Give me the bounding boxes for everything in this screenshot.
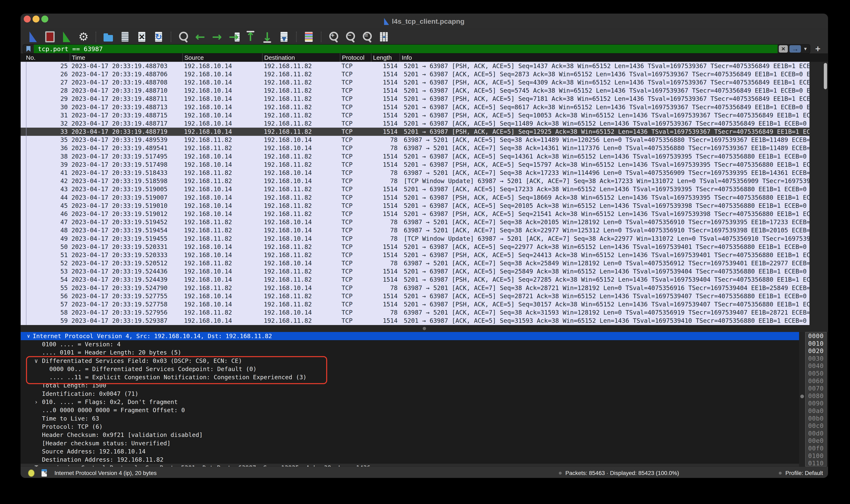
filter-add-button[interactable]: + <box>815 44 820 53</box>
detail-line[interactable]: ...0 0000 0000 0000 = Fragment Offset: 0 <box>21 406 799 414</box>
pane-splitter[interactable] <box>21 325 828 332</box>
filter-bookmark-button[interactable] <box>23 44 34 53</box>
column-header-destination[interactable]: Destination <box>262 53 340 62</box>
packet-row[interactable]: 282023-04-17 20:33:19.488710192.168.10.1… <box>21 87 828 95</box>
cell-no: 30 <box>21 104 70 111</box>
scrollbar-thumb[interactable] <box>824 63 827 89</box>
packet-row[interactable]: 422023-04-17 20:33:19.518598192.168.11.8… <box>21 177 828 185</box>
packet-row[interactable]: 592023-04-17 20:33:19.529387192.168.10.1… <box>21 317 828 325</box>
packet-details-tree[interactable]: ∨ Internet Protocol Version 4, Src: 192.… <box>21 332 799 467</box>
zoom-out-icon[interactable]: − <box>344 31 357 43</box>
packet-row[interactable]: 352023-04-17 20:33:19.489539192.168.11.8… <box>21 136 828 144</box>
packet-row[interactable]: 332023-04-17 20:33:19.488719192.168.10.1… <box>21 128 828 136</box>
column-header-no[interactable]: No. <box>21 53 70 62</box>
packet-list-scrollbar[interactable] <box>810 62 828 325</box>
packet-row[interactable]: 532023-04-17 20:33:19.524436192.168.10.1… <box>21 267 828 275</box>
capture-start-icon[interactable] <box>27 31 39 43</box>
details-scrollbar-thumb[interactable] <box>800 395 804 398</box>
file-reload-icon[interactable]: ↻ <box>152 31 165 43</box>
file-save-icon[interactable] <box>119 31 131 43</box>
packet-row[interactable]: 492023-04-17 20:33:19.519455192.168.11.8… <box>21 234 828 242</box>
column-header-source[interactable]: Source <box>182 53 262 62</box>
detail-line-text: 010. .... = Flags: 0x2, Don't fragment <box>21 398 178 406</box>
go-top-icon[interactable]: ↑ <box>244 31 257 43</box>
detail-line[interactable]: Time to Live: 63 <box>21 414 799 422</box>
capture-options-icon[interactable]: ⚙ <box>77 31 90 43</box>
filter-dropdown-caret[interactable]: ▾ <box>801 44 810 53</box>
capture-restart-icon[interactable] <box>60 31 73 43</box>
packet-row[interactable]: 302023-04-17 20:33:19.488713192.168.10.1… <box>21 103 828 111</box>
packet-row[interactable]: 502023-04-17 20:33:19.520331192.168.10.1… <box>21 242 828 251</box>
column-header-length[interactable]: Length <box>371 53 400 62</box>
cell-time: 2023-04-17 20:33:19.489541 <box>70 144 182 151</box>
cell-dst: 192.168.10.14 <box>262 227 340 234</box>
cell-no: 58 <box>21 309 70 316</box>
details-scrollbar[interactable] <box>799 332 805 467</box>
packet-row[interactable]: 292023-04-17 20:33:19.488711192.168.10.1… <box>21 95 828 103</box>
file-open-icon[interactable] <box>102 31 114 43</box>
packet-row[interactable]: 582023-04-17 20:33:19.527956192.168.11.8… <box>21 308 828 317</box>
column-header-info[interactable]: Info <box>400 53 828 62</box>
packet-row[interactable]: 362023-04-17 20:33:19.489541192.168.11.8… <box>21 144 828 152</box>
go-back-icon[interactable]: ← <box>194 31 207 43</box>
filter-apply-button[interactable]: → <box>790 45 801 53</box>
chevron-right-icon[interactable]: › <box>34 398 38 406</box>
go-bottom-icon[interactable]: ↓ <box>261 31 273 43</box>
packet-row[interactable]: 412023-04-17 20:33:19.518433192.168.11.8… <box>21 168 828 177</box>
find-icon[interactable] <box>177 31 190 43</box>
cell-len: 1514 <box>371 128 400 135</box>
packet-row[interactable]: 472023-04-17 20:33:19.519452192.168.11.8… <box>21 218 828 226</box>
zoom-original-icon[interactable]: = <box>361 31 373 43</box>
packet-row[interactable]: 252023-04-17 20:33:19.488703192.168.10.1… <box>21 62 828 70</box>
go-to-packet-icon[interactable]: → <box>227 31 240 43</box>
file-close-icon[interactable]: × <box>136 31 148 43</box>
colorize-icon[interactable] <box>302 31 315 43</box>
column-header-protocol[interactable]: Protocol <box>340 53 371 62</box>
column-header-time[interactable]: Time <box>70 53 182 62</box>
capture-stop-icon[interactable] <box>43 31 56 43</box>
packet-row[interactable]: 322023-04-17 20:33:19.488717192.168.10.1… <box>21 119 828 127</box>
display-filter-field[interactable]: tcp.port == 63987 × → ▾ <box>23 44 810 54</box>
packet-row[interactable]: 512023-04-17 20:33:19.520333192.168.10.1… <box>21 251 828 259</box>
detail-row-ipv4-selected[interactable]: ∨ Internet Protocol Version 4, Src: 192.… <box>21 332 799 340</box>
packet-row[interactable]: 542023-04-17 20:33:19.524439192.168.10.1… <box>21 275 828 284</box>
packet-row[interactable]: 262023-04-17 20:33:19.488706192.168.10.1… <box>21 70 828 78</box>
filter-clear-button[interactable]: × <box>779 45 788 53</box>
packet-row[interactable]: 432023-04-17 20:33:19.519005192.168.10.1… <box>21 185 828 193</box>
resize-columns-icon[interactable]: ◂▸ <box>377 31 390 43</box>
hex-bytes-pane[interactable]: 0000001000200030004000500060007000800090… <box>805 332 827 467</box>
packet-row[interactable]: 272023-04-17 20:33:19.488708192.168.10.1… <box>21 78 828 86</box>
packet-row[interactable]: 442023-04-17 20:33:19.519007192.168.10.1… <box>21 193 828 201</box>
capture-comment-icon[interactable] <box>41 469 47 476</box>
detail-line[interactable]: ›010. .... = Flags: 0x2, Don't fragment <box>21 398 799 406</box>
packet-row[interactable]: 462023-04-17 20:33:19.519012192.168.10.1… <box>21 210 828 218</box>
chevron-right-icon[interactable]: › <box>27 464 31 467</box>
display-filter-input[interactable]: tcp.port == 63987 <box>34 44 778 53</box>
detail-line[interactable]: Header Checksum: 0x9f21 [validation disa… <box>21 431 799 439</box>
packet-row[interactable]: 562023-04-17 20:33:19.527755192.168.10.1… <box>21 292 828 300</box>
cell-time: 2023-04-17 20:33:19.519454 <box>70 227 182 234</box>
packet-row[interactable]: 312023-04-17 20:33:19.488715192.168.10.1… <box>21 111 828 119</box>
packet-list[interactable]: 252023-04-17 20:33:19.488703192.168.10.1… <box>21 62 828 325</box>
go-forward-icon[interactable]: → <box>211 31 223 43</box>
status-profile[interactable]: Profile: Default <box>779 470 823 476</box>
detail-line[interactable]: [Header checksum status: Unverified] <box>21 439 799 447</box>
horizontal-scrollbar-thumb[interactable] <box>423 327 426 330</box>
expert-info-icon[interactable] <box>28 469 35 477</box>
detail-line[interactable]: Protocol: TCP (6) <box>21 422 799 431</box>
packet-row[interactable]: 482023-04-17 20:33:19.519454192.168.11.8… <box>21 226 828 234</box>
zoom-in-icon[interactable]: + <box>327 31 340 43</box>
detail-line[interactable]: Destination Address: 192.168.11.82 <box>21 455 799 464</box>
detail-line[interactable]: Source Address: 192.168.10.14 <box>21 447 799 455</box>
packet-row[interactable]: 382023-04-17 20:33:19.517495192.168.10.1… <box>21 152 828 160</box>
detail-line[interactable]: .... 0101 = Header Length: 20 bytes (5) <box>21 348 799 357</box>
packet-row[interactable]: 392023-04-17 20:33:19.517498192.168.10.1… <box>21 160 828 168</box>
packet-row[interactable]: 522023-04-17 20:33:19.520512192.168.11.8… <box>21 259 828 267</box>
packet-row[interactable]: 572023-04-17 20:33:19.527758192.168.10.1… <box>21 300 828 308</box>
detail-line[interactable]: Identification: 0x0047 (71) <box>21 390 799 398</box>
packet-row[interactable]: 452023-04-17 20:33:19.519010192.168.10.1… <box>21 201 828 210</box>
auto-scroll-icon[interactable]: ▼ <box>278 31 290 43</box>
detail-line[interactable]: ›Transmission Control Protocol, Src Port… <box>21 464 799 467</box>
detail-line[interactable]: 0100 .... = Version: 4 <box>21 340 799 348</box>
packet-row[interactable]: 552023-04-17 20:33:19.524790192.168.11.8… <box>21 284 828 292</box>
